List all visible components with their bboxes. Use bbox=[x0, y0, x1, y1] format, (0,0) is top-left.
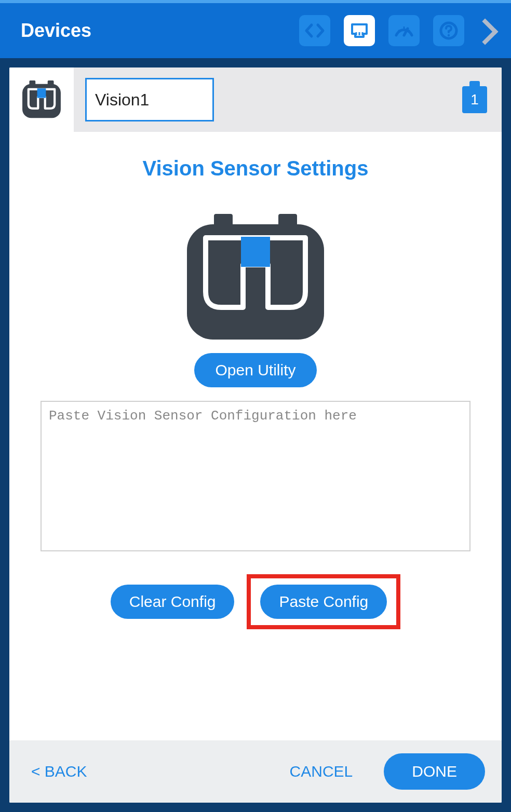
vision-sensor-small-icon bbox=[20, 79, 63, 120]
vision-sensor-large-icon bbox=[183, 214, 328, 342]
help-icon[interactable] bbox=[433, 15, 464, 46]
svg-rect-16 bbox=[241, 237, 270, 267]
device-name-input[interactable] bbox=[85, 78, 214, 121]
svg-point-8 bbox=[448, 34, 450, 36]
tab-header: 1 bbox=[74, 67, 502, 132]
device-panel: 1 Vision Sensor Settings Open Utility Cl… bbox=[9, 67, 502, 803]
back-button[interactable]: < BACK bbox=[26, 756, 92, 787]
tab-strip: 1 bbox=[9, 67, 502, 132]
settings-content: Vision Sensor Settings Open Utility Clea… bbox=[9, 132, 502, 740]
config-textarea[interactable] bbox=[41, 401, 470, 551]
port-badge[interactable]: 1 bbox=[462, 86, 487, 113]
paste-config-highlight: Paste Config bbox=[247, 574, 400, 629]
chevron-right-icon[interactable] bbox=[478, 14, 496, 47]
gauge-icon[interactable] bbox=[388, 15, 420, 46]
body-wrap: 1 Vision Sensor Settings Open Utility Cl… bbox=[0, 58, 511, 812]
config-button-row: Clear Config Paste Config bbox=[111, 574, 401, 629]
done-button[interactable]: DONE bbox=[384, 753, 485, 790]
clear-config-button[interactable]: Clear Config bbox=[111, 585, 235, 619]
topbar-icon-group bbox=[299, 14, 496, 47]
settings-title: Vision Sensor Settings bbox=[143, 157, 369, 180]
open-utility-button[interactable]: Open Utility bbox=[194, 353, 316, 387]
paste-config-button[interactable]: Paste Config bbox=[260, 585, 387, 619]
device-tab[interactable] bbox=[9, 67, 74, 132]
footer-bar: < BACK CANCEL DONE bbox=[9, 740, 502, 803]
topbar: Devices bbox=[0, 0, 511, 58]
cancel-button[interactable]: CANCEL bbox=[285, 756, 358, 787]
svg-rect-12 bbox=[37, 88, 46, 98]
topbar-title: Devices bbox=[21, 20, 299, 42]
svg-line-6 bbox=[408, 30, 410, 32]
svg-line-4 bbox=[398, 30, 400, 32]
device-port-icon[interactable] bbox=[344, 15, 375, 46]
code-icon[interactable] bbox=[299, 15, 330, 46]
